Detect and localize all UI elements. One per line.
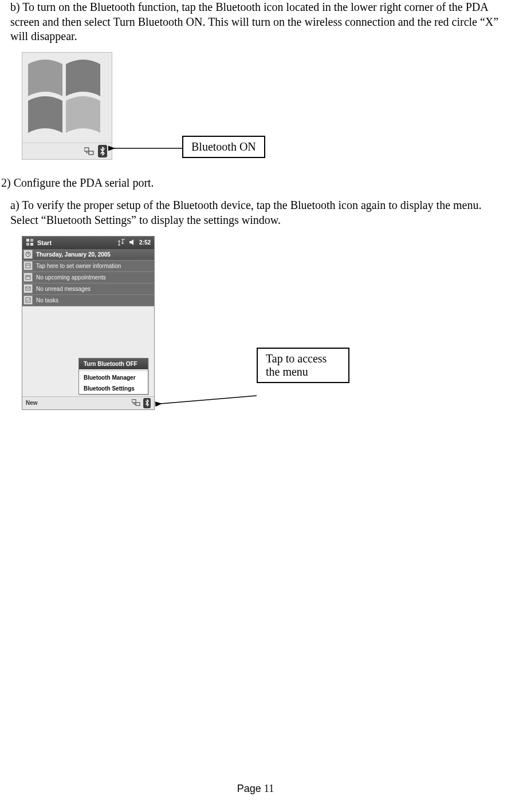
clock-icon (23, 250, 33, 259)
owner-icon (23, 261, 33, 270)
owner-text: Tap here to set owner information (36, 263, 121, 269)
svg-rect-12 (132, 399, 136, 402)
svg-rect-8 (26, 263, 30, 268)
figure-2: Start 2:52 Thursday, January 20, 2005 (22, 236, 501, 415)
menu-turn-bluetooth-off[interactable]: Turn Bluetooth OFF (79, 358, 148, 369)
pda-snippet (22, 52, 112, 160)
page-label: Page (237, 783, 264, 794)
clock-time: 2:52 (139, 239, 151, 246)
svg-rect-9 (26, 275, 30, 279)
bottom-bar: New (22, 396, 154, 409)
start-label[interactable]: Start (37, 239, 52, 246)
svg-rect-0 (84, 148, 89, 151)
page-footer: Page 11 (0, 783, 511, 795)
svg-rect-13 (136, 403, 140, 405)
windows-flag-icon (26, 238, 34, 247)
signal-icon (117, 239, 125, 247)
callout-tap-menu: Tap to access the menu (257, 348, 349, 383)
appts-text: No upcoming appointments (36, 274, 106, 281)
new-button[interactable]: New (26, 400, 38, 406)
tasks-text: No tasks (36, 297, 58, 303)
calendar-icon (23, 273, 33, 282)
row-messages[interactable]: No unread messages (22, 283, 154, 295)
connection-icon (132, 399, 141, 408)
menu-bluetooth-manager[interactable]: Bluetooth Manager (79, 372, 148, 383)
date-text: Thursday, January 20, 2005 (36, 251, 111, 258)
connection-icon (84, 147, 95, 156)
tasks-icon (23, 295, 33, 305)
bluetooth-icon[interactable] (98, 145, 107, 157)
taskbar (22, 143, 112, 159)
figure-1: Bluetooth ON (22, 52, 501, 162)
menu-bluetooth-settings[interactable]: Bluetooth Settings (79, 383, 148, 394)
envelope-icon (23, 284, 33, 293)
windows-flag-image (26, 56, 111, 140)
row-tasks[interactable]: No tasks (22, 295, 154, 306)
bluetooth-icon[interactable] (143, 398, 151, 408)
row-date: Thursday, January 20, 2005 (22, 249, 154, 261)
page-number: 11 (264, 783, 274, 794)
step-2-heading: 2) Configure the PDA serial port. (1, 176, 501, 191)
speaker-icon (129, 239, 136, 247)
paragraph-b: b) To turn on the Bluetooth function, ta… (10, 0, 501, 44)
msgs-text: No unread messages (36, 286, 91, 292)
row-appointments[interactable]: No upcoming appointments (22, 272, 154, 283)
callout-bluetooth-on: Bluetooth ON (182, 136, 265, 158)
svg-rect-5 (26, 243, 29, 246)
svg-rect-6 (30, 243, 33, 246)
row-owner[interactable]: Tap here to set owner information (22, 261, 154, 272)
svg-rect-1 (89, 151, 93, 155)
arrow-2 (155, 393, 264, 407)
pda-today-screen: Start 2:52 Thursday, January 20, 2005 (22, 236, 155, 410)
title-bar: Start 2:52 (22, 236, 154, 249)
svg-rect-3 (26, 239, 29, 242)
paragraph-a: a) To verify the proper setup of the Blu… (10, 198, 501, 227)
arrow-1 (108, 144, 188, 155)
bluetooth-popup-menu: Turn Bluetooth OFF Bluetooth Manager Blu… (78, 358, 148, 395)
menu-separator (79, 370, 148, 371)
svg-rect-4 (30, 239, 33, 242)
svg-line-14 (160, 396, 257, 404)
